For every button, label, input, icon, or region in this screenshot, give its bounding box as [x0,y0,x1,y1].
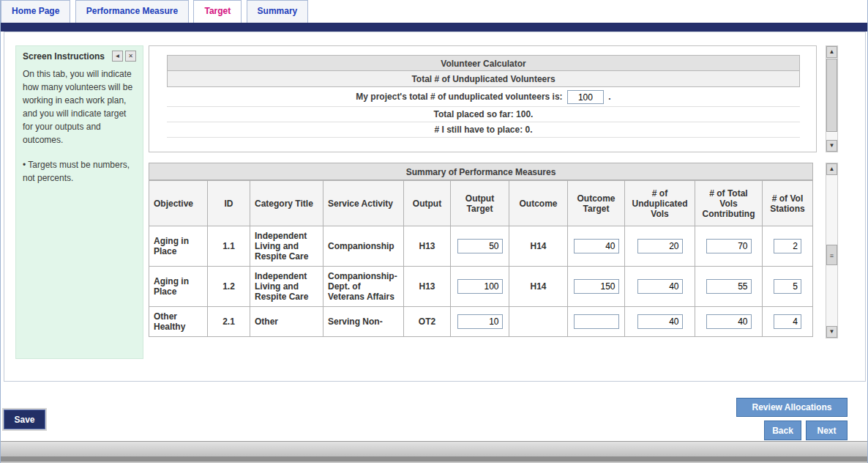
col-header-id: ID [208,181,250,226]
application-window: Home Page Performance Measure Target Sum… [0,0,868,463]
still-to-place-text: # I still have to place: 0. [167,122,800,138]
output-cell: OT2 [404,307,451,337]
category-title-cell: Independent Living and Respite Care [250,267,323,307]
scroll-up-icon[interactable]: ▲ [826,46,837,58]
output-cell: H13 [404,267,451,307]
service-activity-cell: Serving Non- [323,307,404,337]
total-placed-text: Total placed so far: 100. [167,107,800,122]
category-title-cell: Independent Living and Respite Care [250,226,323,267]
content-frame: Screen Instructions ◄ ✕ On this tab, you… [4,32,866,382]
calculator-scrollbar-thumb[interactable] [826,59,837,132]
save-button[interactable]: Save [4,410,45,429]
total-vols-input[interactable] [706,314,752,329]
tab-bar: Home Page Performance Measure Target Sum… [1,0,867,23]
outcome-cell: H14 [509,267,568,307]
unduplicated-vols-input[interactable] [637,279,683,294]
scroll-down-icon[interactable]: ▼ [826,140,837,152]
table-row: Aging in Place 1.2 Independent Living an… [149,267,813,307]
output-cell: H13 [404,226,451,267]
vol-stations-input[interactable] [774,279,801,294]
tab-summary[interactable]: Summary [247,0,309,23]
instructions-body: On this tab, you will indicate how many … [23,67,136,147]
col-header-outcome-target: Outcome Target [568,181,625,226]
category-title-cell: Other [250,307,323,337]
col-header-service-activity: Service Activity [323,181,404,226]
unduplicated-volunteers-input[interactable] [567,90,604,104]
screen-instructions-panel: Screen Instructions ◄ ✕ On this tab, you… [15,45,143,359]
service-activity-cell: Companionship-Dept. of Veterans Affairs [323,267,404,307]
instructions-title: Screen Instructions [23,51,110,62]
back-button[interactable]: Back [764,421,801,440]
objective-cell: Other Healthy [149,307,208,337]
volunteer-calculator-panel: Volunteer Calculator Total # of Unduplic… [149,45,817,152]
close-icon[interactable]: ✕ [125,51,136,62]
id-cell: 1.1 [208,226,250,267]
calculator-input-label: My project's total # of unduplicated vol… [356,92,562,102]
col-header-outcome: Outcome [509,181,568,226]
tab-performance-measure[interactable]: Performance Measure [75,0,189,23]
col-header-output: Output [404,181,451,226]
objective-cell: Aging in Place [149,267,208,307]
tab-home-page[interactable]: Home Page [1,0,70,23]
performance-measures-table: Objective ID Category Title Service Acti… [149,180,813,337]
col-header-unduplicated-vols: # of Unduplicated Vols [625,181,695,226]
col-header-category-title: Category Title [250,181,323,226]
table-scrollbar-track[interactable]: ≡ [826,175,837,326]
output-target-input[interactable] [457,239,503,253]
id-cell: 2.1 [208,307,250,337]
output-target-input[interactable] [457,314,503,329]
status-bar [1,441,867,456]
outcome-target-input[interactable] [574,314,619,329]
col-header-vol-stations: # of Vol Stations [763,181,813,226]
table-header-row: Objective ID Category Title Service Acti… [149,181,813,226]
table-scrollbar[interactable]: ▲ ≡ ▼ [826,163,838,338]
outcome-cell: H14 [509,226,568,267]
calculator-scrollbar[interactable]: ▲ ▼ [826,45,838,152]
vol-stations-input[interactable] [774,314,801,329]
total-vols-input[interactable] [706,239,752,253]
performance-measures-panel: Summary of Performance Measures Objectiv… [149,163,813,362]
col-header-objective: Objective [149,181,208,226]
col-header-total-vols: # of Total Vols Contributing [695,181,763,226]
bottom-strip [1,456,867,463]
scroll-down-icon[interactable]: ▼ [826,326,837,338]
outcome-cell [509,307,568,337]
output-target-input[interactable] [457,279,503,294]
table-row: Aging in Place 1.1 Independent Living an… [149,226,813,267]
navy-divider-bar [1,23,867,32]
scroll-up-icon[interactable]: ▲ [826,163,837,175]
calculator-input-row: My project's total # of unduplicated vol… [167,87,800,107]
unduplicated-vols-input[interactable] [637,314,683,329]
review-allocations-button[interactable]: Review Allocations [736,398,848,417]
id-cell: 1.2 [208,267,250,307]
calculator-subtitle: Total # of Unduplicated Volunteers [167,71,800,87]
calculator-scrollbar-track[interactable] [826,58,837,140]
tab-target[interactable]: Target [193,0,242,23]
vol-stations-input[interactable] [774,239,801,253]
summary-table-title: Summary of Performance Measures [149,163,813,180]
service-activity-cell: Companionship [323,226,404,267]
outcome-target-input[interactable] [574,279,619,294]
outcome-target-input[interactable] [574,239,619,253]
next-button[interactable]: Next [806,421,848,440]
collapse-arrow-icon[interactable]: ◄ [112,51,123,62]
col-header-output-target: Output Target [451,181,509,226]
instructions-note: • Targets must be numbers, not percents. [23,158,136,185]
total-vols-input[interactable] [706,279,752,294]
objective-cell: Aging in Place [149,226,208,267]
calculator-title: Volunteer Calculator [167,55,800,71]
unduplicated-vols-input[interactable] [637,239,683,253]
table-row: Other Healthy 2.1 Other Serving Non- OT2 [149,307,813,337]
table-scrollbar-thumb[interactable]: ≡ [826,245,837,265]
calculator-input-suffix: . [608,92,610,102]
